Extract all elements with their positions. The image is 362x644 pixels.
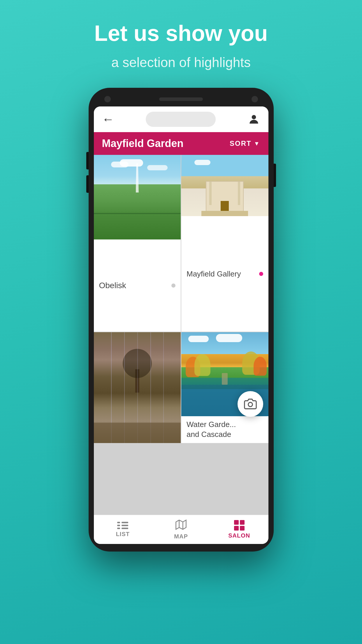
gallery-cell[interactable]: Mayfield Gallery (181, 155, 268, 332)
sort-chevron-icon: ▼ (254, 140, 260, 147)
sort-button[interactable]: SORT ▼ (230, 139, 260, 148)
app-bar: ← (94, 106, 268, 132)
nav-label-map: MAP (174, 533, 188, 540)
profile-icon[interactable] (247, 113, 260, 126)
obelisk-image (94, 155, 181, 239)
phone-screen: ← Mayfield Garden SORT (94, 106, 268, 544)
obelisk-dot (171, 284, 175, 288)
nav-item-map[interactable]: MAP (152, 515, 210, 544)
phone-shell: ← Mayfield Garden SORT (89, 88, 274, 552)
banner-title: Mayfield Garden (102, 137, 184, 150)
gallery-dot (259, 272, 263, 276)
page-header: Let us show you a selection of highlight… (94, 0, 268, 76)
page-subtitle: a selection of highlights (94, 55, 268, 70)
phone-device: ← Mayfield Garden SORT (89, 88, 274, 552)
waterfall-image (94, 332, 181, 443)
phone-sensors (94, 96, 268, 106)
header-banner: Mayfield Garden SORT ▼ (94, 132, 268, 155)
salon-icon (234, 520, 245, 531)
camera-fab[interactable] (238, 391, 263, 417)
nav-label-list: LIST (116, 531, 130, 538)
nav-label-salon: SALON (228, 532, 250, 539)
page-title: Let us show you (94, 20, 268, 46)
back-button[interactable]: ← (102, 112, 114, 126)
obelisk-title: Obelisk (99, 281, 126, 290)
phone-power (274, 164, 276, 187)
phone-volume-down (86, 175, 89, 193)
list-icon (117, 522, 128, 529)
svg-point-0 (252, 115, 256, 119)
water-garden-title: Water Garde...and Cascade (187, 420, 263, 440)
search-bar[interactable] (146, 112, 216, 127)
page-background: Let us show you a selection of highlight… (0, 0, 362, 644)
grid-content: Obelisk (94, 155, 268, 518)
waterfall-cell[interactable] (94, 332, 181, 443)
water-garden-cell[interactable]: Water Garde...and Cascade (181, 332, 268, 443)
gallery-title: Mayfield Gallery (187, 270, 241, 279)
map-icon (175, 519, 187, 531)
nav-item-list[interactable]: LIST (94, 515, 152, 544)
svg-marker-2 (176, 520, 186, 529)
obelisk-cell[interactable]: Obelisk (94, 155, 181, 332)
bottom-nav: LIST MAP (94, 515, 268, 544)
gallery-label: Mayfield Gallery (181, 216, 268, 332)
nav-item-salon[interactable]: SALON (210, 515, 268, 544)
gallery-image (181, 155, 268, 216)
phone-volume-up (86, 152, 89, 169)
sort-label: SORT (230, 139, 252, 148)
obelisk-label: Obelisk (94, 239, 181, 332)
camera-icon (244, 398, 257, 410)
water-garden-label: Water Garde...and Cascade (181, 416, 268, 443)
svg-point-1 (248, 402, 252, 407)
